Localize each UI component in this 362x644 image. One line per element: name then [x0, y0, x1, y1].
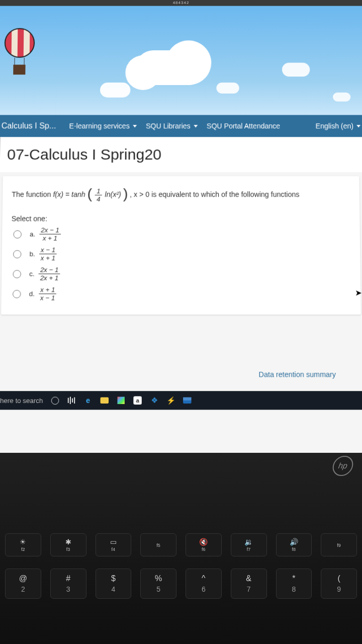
edge-icon[interactable]: e	[83, 396, 93, 406]
cloud-illustration	[333, 93, 350, 102]
key-3[interactable]: #3	[50, 569, 86, 599]
option-b[interactable]: b. x − 1 x + 1	[13, 247, 351, 261]
balloon-illustration	[4, 28, 35, 75]
navbar: Calculus I Sp... E-learning services SQU…	[0, 115, 362, 137]
nav-item-label: English (en)	[316, 122, 354, 130]
key-f5[interactable]: f5	[140, 533, 176, 556]
file-explorer-icon[interactable]	[100, 396, 110, 406]
nav-item-label: SQU Libraries	[146, 122, 191, 130]
data-retention-link[interactable]: Data retention summary	[259, 370, 336, 378]
key-4[interactable]: $4	[96, 569, 132, 599]
nav-language[interactable]: English (en)	[316, 122, 361, 130]
task-view-icon[interactable]	[67, 396, 76, 406]
nav-item-label: SQU Portal Attendance	[207, 122, 280, 130]
options-list: a. 2x − 1 x + 1 b. x − 1 x + 1	[11, 227, 351, 301]
key-7[interactable]: &7	[231, 569, 267, 599]
select-one-label: Select one:	[12, 215, 350, 223]
key-9[interactable]: (9	[321, 569, 357, 599]
key-f9[interactable]: f9	[321, 533, 357, 556]
function-key-row: ☀f2 ✱f3 ▭f4 f5 🔇f6 🔉f7 🔊f8 f9	[0, 533, 362, 556]
number-key-row: @2 #3 $4 %5 ^6 &7 *8 (9	[0, 569, 362, 599]
hp-logo-icon: hp	[331, 456, 354, 476]
course-banner	[0, 6, 362, 115]
question-card: The function f(x) = tanh ( 1 4 ln(x²) ) …	[1, 176, 361, 314]
key-8[interactable]: *8	[276, 569, 312, 599]
windows-taskbar: here to search e a ❖ ⚡	[0, 391, 362, 410]
chevron-down-icon	[356, 125, 360, 127]
key-f6[interactable]: 🔇f6	[186, 533, 222, 556]
laptop-body: hp ☀f2 ✱f3 ▭f4 f5 🔇f6 🔉f7 🔊f8 f9 @2 #3 $…	[0, 453, 362, 644]
radio-icon[interactable]	[13, 290, 21, 298]
key-2[interactable]: @2	[5, 569, 41, 599]
power-icon[interactable]: ⚡	[166, 396, 175, 406]
cloud-illustration	[135, 50, 206, 85]
nav-brand[interactable]: Calculus I Sp...	[2, 121, 56, 130]
key-f2[interactable]: ☀f2	[5, 533, 41, 556]
key-f8[interactable]: 🔊f8	[276, 533, 312, 556]
nav-elearning[interactable]: E-learning services	[69, 122, 137, 130]
key-6[interactable]: ^6	[186, 569, 222, 599]
cloud-illustration	[100, 83, 131, 98]
option-c[interactable]: c. 2x − 1 2x + 1	[13, 267, 351, 281]
mouse-cursor-icon: ➤	[355, 288, 362, 297]
nav-portal-attendance[interactable]: SQU Portal Attendance	[207, 122, 280, 130]
question-text: The function f(x) = tanh ( 1 4 ln(x²) ) …	[12, 184, 350, 205]
option-a[interactable]: a. 2x − 1 x + 1	[13, 227, 350, 242]
browser-url-fragment: 484342	[0, 0, 362, 6]
nav-libraries[interactable]: SQU Libraries	[146, 122, 198, 130]
nav-item-label: E-learning services	[69, 122, 130, 130]
page-lower: Data retention summary	[0, 318, 362, 391]
radio-icon[interactable]	[13, 250, 21, 258]
mail-icon[interactable]	[183, 396, 192, 406]
question-fx: f(x) = tanh	[53, 190, 85, 198]
cortana-ring-icon[interactable]	[50, 396, 60, 406]
amazon-icon[interactable]: a	[133, 396, 142, 406]
microsoft-store-icon[interactable]	[117, 396, 126, 406]
chevron-down-icon	[133, 125, 137, 127]
option-d[interactable]: d. x + 1 x − 1	[13, 286, 351, 301]
dropbox-icon[interactable]: ❖	[149, 396, 159, 406]
key-5[interactable]: %5	[140, 569, 176, 599]
inner-ln: ln(x²)	[105, 190, 121, 198]
key-f4[interactable]: ▭f4	[96, 533, 132, 556]
cloud-illustration	[216, 83, 239, 94]
chevron-down-icon	[194, 125, 198, 127]
question-prefix: The function	[12, 190, 53, 198]
page-title: 07-Calculus I Spring20	[0, 137, 362, 172]
cloud-illustration	[282, 63, 310, 77]
taskbar-search[interactable]: here to search	[0, 396, 43, 405]
radio-icon[interactable]	[13, 270, 21, 278]
screen-area: 484342 Calculus I Sp... E-learning servi…	[0, 0, 362, 457]
radio-icon[interactable]	[13, 230, 21, 238]
key-f3[interactable]: ✱f3	[50, 533, 86, 556]
inner-fraction: 1 4	[95, 188, 102, 202]
key-f7[interactable]: 🔉f7	[231, 533, 267, 556]
question-suffix: , x > 0 is equivalent to which of the fo…	[130, 190, 299, 198]
